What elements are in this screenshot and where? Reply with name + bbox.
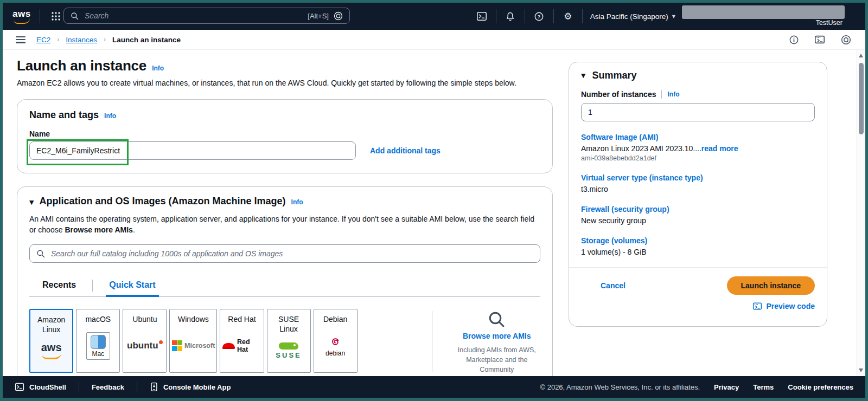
os-card-logo: Microsoft	[172, 324, 214, 368]
breadcrumb-instances-link[interactable]: Instances	[66, 36, 97, 44]
os-card-macos[interactable]: macOSMac	[76, 309, 120, 373]
aws-logo-text: aws	[12, 9, 31, 18]
storage-link[interactable]: Storage (volumes)	[581, 236, 815, 245]
cancel-button[interactable]: Cancel	[601, 281, 626, 290]
os-card-red-hat[interactable]: Red HatRed Hat	[220, 309, 264, 373]
ami-catalog-search-bar[interactable]	[29, 244, 540, 263]
os-card-windows[interactable]: WindowsMicrosoft	[169, 309, 217, 373]
ami-info-link[interactable]: Info	[291, 198, 303, 206]
collapse-caret-icon: ▼	[581, 72, 585, 79]
region-label: Asia Pacific (Singapore)	[590, 12, 668, 21]
code-preview-icon[interactable]	[813, 33, 826, 46]
privacy-link[interactable]: Privacy	[714, 383, 739, 391]
page-description: Amazon EC2 allows you to create virtual …	[17, 79, 553, 87]
cloudshell-link[interactable]: CloudShell	[29, 383, 66, 391]
help-question-icon[interactable]: ?	[533, 10, 546, 23]
aws-logo[interactable]: aws	[12, 9, 31, 24]
search-shortcut-hint: [Alt+S]	[308, 12, 329, 20]
breadcrumb-ec2-link[interactable]: EC2	[36, 36, 50, 44]
os-card-label: Debian	[323, 314, 347, 324]
browse-more-amis-block: Browse more AMIsIncluding AMIs from AWS,…	[454, 310, 540, 374]
scrollbar-thumb[interactable]	[859, 63, 864, 134]
os-row-divider	[432, 311, 432, 372]
global-search-bar[interactable]: [Alt+S]	[63, 8, 350, 24]
summary-header[interactable]: ▼ Summary	[581, 70, 815, 81]
search-icon	[454, 310, 540, 329]
ami-section-header[interactable]: ▼ Application and OS Images (Amazon Mach…	[29, 196, 540, 207]
cookie-preferences-link[interactable]: Cookie preferences	[788, 383, 853, 391]
console-mobile-app-link[interactable]: Console Mobile App	[163, 383, 231, 391]
vertical-scrollbar[interactable]	[857, 50, 865, 376]
os-card-logo: Mac	[79, 324, 117, 368]
ami-tabs: Recents Quick Start	[29, 277, 540, 297]
add-additional-tags-link[interactable]: Add additional tags	[370, 146, 441, 155]
macos-finder-icon: Mac	[86, 332, 110, 360]
amazon-q-icon[interactable]	[839, 33, 852, 46]
account-menu-redacted[interactable]	[682, 5, 845, 19]
os-card-label: Ubuntu	[132, 314, 157, 324]
amazon-q-icon[interactable]	[334, 11, 343, 21]
topbar-divider	[40, 9, 40, 23]
summary-row-software-image: Software Image (AMI) Amazon Linux 2023 A…	[581, 133, 815, 162]
number-of-instances-input[interactable]	[581, 103, 815, 121]
name-and-tags-header: Name and tags Info	[29, 109, 540, 121]
instance-type-value: t3.micro	[581, 185, 815, 193]
terms-link[interactable]: Terms	[753, 383, 774, 391]
firewall-link[interactable]: Firewall (security group)	[581, 205, 815, 214]
number-of-instances-label: Number of instances	[581, 90, 656, 99]
summary-panel: ▼ Summary Number of instances Info Softw…	[569, 62, 827, 327]
services-grid-icon[interactable]	[49, 9, 63, 23]
software-image-link[interactable]: Software Image (AMI)	[581, 133, 815, 141]
os-card-logo: SUSE	[270, 334, 308, 368]
tab-divider	[92, 280, 93, 292]
notifications-bell-icon[interactable]	[504, 10, 517, 23]
footer-divider	[137, 382, 137, 392]
instance-name-input[interactable]	[29, 141, 356, 160]
ubuntu-logo-icon: ubuntu	[127, 340, 163, 351]
top-navigation-bar: aws [Alt+S]	[3, 3, 865, 30]
preview-code-link[interactable]: Preview code	[767, 302, 815, 311]
os-card-suse-linux[interactable]: SUSE LinuxSUSE	[267, 309, 311, 373]
redhat-logo-icon: Red Hat	[222, 338, 261, 353]
tab-recents[interactable]: Recents	[39, 280, 79, 296]
scrollbar-up-arrow[interactable]	[859, 54, 863, 57]
os-card-label: Amazon Linux	[33, 315, 70, 334]
summary-title: Summary	[592, 70, 636, 81]
application-os-images-section: ▼ Application and OS Images (Amazon Mach…	[17, 186, 553, 376]
instances-info-link[interactable]: Info	[667, 90, 679, 98]
info-icon[interactable]	[787, 33, 800, 46]
cloudshell-terminal-icon[interactable]	[475, 10, 488, 23]
scrollbar-down-arrow[interactable]	[859, 368, 863, 372]
mobile-app-icon	[150, 382, 158, 392]
side-menu-hamburger-icon[interactable]	[16, 36, 25, 43]
instance-type-link[interactable]: Virtual server type (instance type)	[581, 173, 815, 182]
settings-gear-icon[interactable]: ⚙	[561, 10, 575, 23]
os-card-ubuntu[interactable]: Ubuntuubuntu	[123, 309, 167, 373]
os-card-debian[interactable]: Debiandebian	[314, 309, 358, 373]
read-more-link[interactable]: read more	[701, 144, 738, 153]
launch-instance-button[interactable]: Launch instance	[727, 276, 815, 295]
region-selector[interactable]: Asia Pacific (Singapore) ▼	[590, 12, 675, 21]
search-input[interactable]	[84, 11, 303, 21]
browse-more-amis-link[interactable]: Browse more AMIs	[463, 332, 531, 340]
feedback-link[interactable]: Feedback	[92, 383, 124, 391]
ami-description: An AMI contains the operating system, ap…	[29, 214, 541, 236]
aws-logo-smile-icon	[14, 18, 30, 24]
ami-catalog-search-input[interactable]	[50, 249, 533, 258]
tab-quick-start[interactable]: Quick Start	[106, 280, 158, 297]
os-card-amazon-linux[interactable]: Amazon Linuxaws	[29, 309, 73, 373]
os-card-label: SUSE Linux	[270, 314, 308, 334]
topbar-divider	[553, 9, 554, 23]
breadcrumb-separator-icon: ›	[104, 36, 106, 43]
username-label: TestUser	[816, 19, 843, 27]
os-card-label: Windows	[178, 314, 209, 324]
name-and-tags-info-link[interactable]: Info	[104, 112, 116, 120]
chevron-down-icon: ▼	[672, 14, 675, 19]
summary-row-storage: Storage (volumes) 1 volume(s) - 8 GiB	[581, 236, 815, 256]
aws-console-window: aws [Alt+S]	[3, 3, 865, 398]
aws-logo-icon: aws	[41, 342, 62, 359]
suse-logo-icon: SUSE	[276, 342, 301, 359]
cloudshell-terminal-icon[interactable]	[15, 382, 24, 392]
page-info-link[interactable]: Info	[152, 64, 164, 72]
topbar-divider	[496, 9, 496, 23]
